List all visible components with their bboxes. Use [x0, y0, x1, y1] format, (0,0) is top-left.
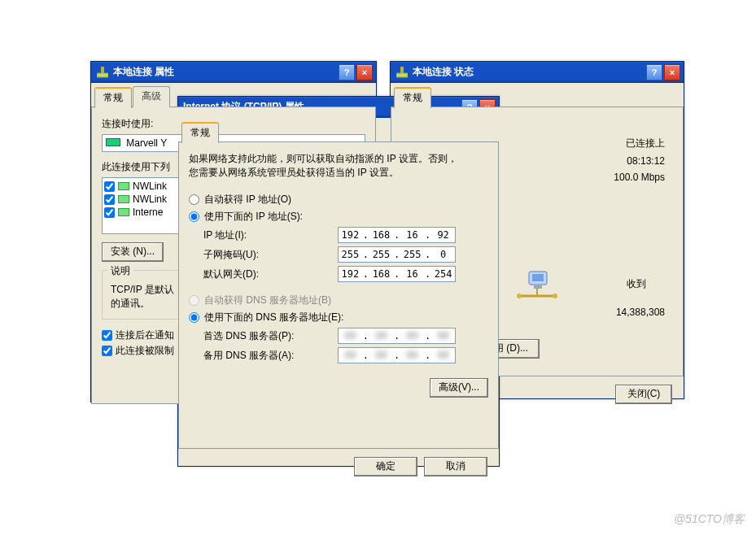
- status-title: 本地连接 状态: [413, 65, 474, 79]
- svg-rect-5: [532, 274, 544, 281]
- recv-count: 14,388,308: [583, 307, 665, 318]
- svg-rect-2: [396, 73, 408, 77]
- props-title: 本地连接 属性: [113, 65, 174, 79]
- adapter-icon: [106, 138, 120, 146]
- activity-icon: [509, 264, 566, 303]
- subnet-label: 子网掩码(U):: [203, 248, 330, 262]
- radio-auto-ip[interactable]: 自动获得 IP 地址(O): [189, 193, 488, 207]
- radio-manual-ip[interactable]: 使用下面的 IP 地址(S):: [189, 210, 488, 224]
- svg-rect-3: [400, 67, 404, 73]
- description-legend: 说明: [107, 264, 133, 278]
- auto-ip-radio[interactable]: [189, 194, 199, 205]
- protocol-icon: [118, 208, 129, 216]
- protocol-checkbox[interactable]: [104, 181, 115, 192]
- protocol-checkbox[interactable]: [104, 194, 115, 205]
- tab-advanced[interactable]: 高级: [133, 86, 170, 107]
- protocol-label: NWLink: [133, 181, 167, 192]
- notify-label: 连接后在通知: [116, 328, 174, 342]
- auto-ip-label: 自动获得 IP 地址(O): [204, 193, 291, 207]
- subnet-mask-input[interactable]: 255. 255. 255. 0: [338, 246, 456, 263]
- props-tabs: 常规 高级: [91, 86, 376, 107]
- protocol-checkbox[interactable]: [104, 207, 115, 218]
- help-button[interactable]: ?: [646, 64, 662, 80]
- advanced-button[interactable]: 高级(V)...: [430, 378, 488, 398]
- dns1-label: 首选 DNS 服务器(P):: [203, 329, 330, 343]
- limited-checkbox[interactable]: [102, 346, 112, 356]
- protocol-label: NWLink: [133, 194, 167, 205]
- install-button[interactable]: 安装 (N)...: [102, 242, 164, 262]
- network-icon: [395, 66, 409, 79]
- info-text: 如果网络支持此功能，则可以获取自动指派的 IP 设置。否则， 您需要从网络系统管…: [189, 152, 488, 180]
- tab-general[interactable]: 常规: [94, 87, 132, 108]
- ok-button[interactable]: 确定: [354, 457, 417, 476]
- dns1-input[interactable]: 00.00.00.00: [338, 328, 456, 344]
- ip-label: IP 地址(I):: [203, 228, 330, 242]
- notify-checkbox[interactable]: [102, 330, 112, 341]
- tcpip-tabpanel: 如果网络支持此功能，则可以获取自动指派的 IP 设置。否则， 您需要从网络系统管…: [178, 141, 499, 449]
- svg-rect-6: [534, 285, 542, 289]
- manual-dns-label: 使用下面的 DNS 服务器地址(E):: [204, 311, 343, 324]
- manual-ip-radio[interactable]: [189, 211, 199, 222]
- close-dialog-button[interactable]: 关闭(C): [615, 385, 672, 404]
- svg-rect-1: [101, 67, 104, 73]
- svg-rect-0: [97, 73, 108, 77]
- status-titlebar[interactable]: 本地连接 状态 ? ×: [391, 62, 684, 83]
- tcpip-tabs: 常规: [178, 121, 499, 142]
- dns2-input[interactable]: 00.00.00.00: [338, 347, 456, 363]
- recv-label: 收到: [608, 277, 665, 291]
- gateway-label: 默认网关(D):: [203, 268, 330, 281]
- manual-dns-radio[interactable]: [189, 312, 199, 323]
- close-button[interactable]: ×: [664, 64, 680, 80]
- limited-label: 此连接被限制: [116, 344, 174, 358]
- network-icon: [96, 66, 109, 79]
- dns2-label: 备用 DNS 服务器(A):: [203, 349, 330, 363]
- gateway-input[interactable]: 192. 168. 16. 254: [338, 266, 456, 282]
- adapter-name: Marvell Y: [126, 137, 167, 149]
- watermark: @51CTO博客: [674, 512, 745, 527]
- protocol-icon: [118, 195, 129, 203]
- props-titlebar[interactable]: 本地连接 属性 ? ×: [91, 62, 376, 83]
- auto-dns-radio: [189, 295, 199, 306]
- manual-ip-label: 使用下面的 IP 地址(S):: [204, 210, 303, 224]
- cancel-button[interactable]: 取消: [424, 457, 487, 476]
- protocol-icon: [118, 182, 129, 190]
- tcpip-properties-window: Internet 协议 (TCP/IP) 属性 ? × 常规 如果网络支持此功能…: [177, 96, 500, 467]
- close-button[interactable]: ×: [356, 64, 373, 80]
- svg-point-9: [553, 294, 557, 298]
- svg-point-8: [517, 294, 522, 298]
- ip-address-input[interactable]: 192. 168. 16. 92: [338, 227, 456, 243]
- tab-general[interactable]: 常规: [394, 87, 431, 108]
- help-button[interactable]: ?: [339, 64, 355, 80]
- radio-auto-dns: 自动获得 DNS 服务器地址(B): [189, 294, 488, 307]
- auto-dns-label: 自动获得 DNS 服务器地址(B): [204, 294, 331, 307]
- tab-general[interactable]: 常规: [181, 122, 219, 143]
- protocol-label: Interne: [133, 207, 163, 218]
- radio-manual-dns[interactable]: 使用下面的 DNS 服务器地址(E):: [189, 311, 488, 324]
- status-tabs: 常规: [391, 86, 684, 107]
